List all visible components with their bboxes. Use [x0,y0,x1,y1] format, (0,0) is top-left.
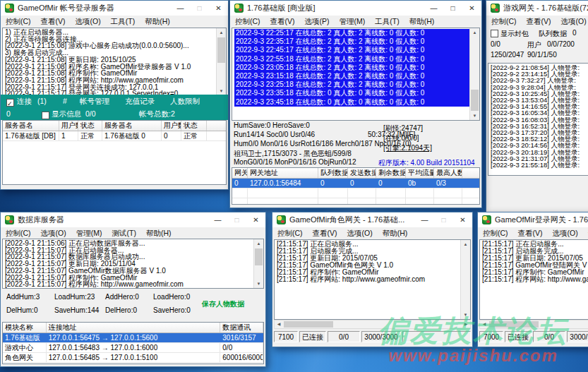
close-button[interactable]: ✕ [462,1,481,16]
scroll-right-icon[interactable]: ▶ [462,320,470,328]
header-cell[interactable]: 模块名称 [3,323,47,332]
close-button[interactable]: ✕ [209,1,228,16]
close-button[interactable]: ✕ [246,212,265,227]
titlebar[interactable]: 1.76基础版 [商业版] — □ ✕ [230,1,481,16]
menu-item[interactable]: 查看(V) [36,16,71,27]
scroll-up-icon[interactable]: ▲ [461,240,470,248]
menu-item[interactable]: 帮助(H) [141,227,176,239]
header-cell[interactable]: 队列数据 [318,168,348,178]
menu-item[interactable]: 选项(P) [300,16,335,27]
table-row[interactable]: 1.76基础版 [DB] 1 正常 1.76基础版 0 0 正常 [3,131,226,141]
menu-item[interactable]: 查看(V) [308,227,342,239]
header-cell[interactable]: 状态 [181,121,207,131]
scroll-thumb[interactable] [284,321,333,328]
header-cell[interactable]: 服务器名 [102,121,162,131]
minimize-button[interactable]: — [208,212,227,227]
show-packet-checkbox[interactable] [491,30,498,37]
tab-recharge-record[interactable]: 充值记录 [125,95,155,107]
titlebar[interactable]: GameOfMir 帐号登录服务器 — □ ✕ [1,1,228,16]
menu-item[interactable]: 控制(C) [272,227,308,239]
scroll-left-icon[interactable]: ◀ [480,320,488,328]
vertical-scrollbar[interactable]: ▲ ▼ [216,28,226,95]
menu-item[interactable]: 查看(V) [265,16,300,27]
menu-item[interactable]: 控制(C) [230,16,265,27]
minimize-button[interactable]: — [171,1,190,16]
menu-item[interactable]: 管理(M) [335,16,371,27]
maximize-button[interactable]: □ [443,1,462,16]
scroll-up-icon[interactable]: ▲ [217,28,226,37]
scroll-down-icon[interactable]: ▼ [461,311,470,319]
maximize-button[interactable]: □ [190,1,209,16]
header-cell[interactable]: 剩余数据 [376,168,406,178]
header-cell[interactable]: 用户数 [162,121,181,131]
header-cell[interactable]: 服务器名 [3,121,59,131]
tab-account-manage[interactable]: 帐号管理 [80,95,109,107]
maximize-button[interactable]: □ [227,212,246,227]
titlebar[interactable]: GameOfMir登录网关 - 1.76基础... [478,212,588,227]
table-row[interactable]: 游戏中心 127.0.0.1:56483 → 127.0.0.1:6000 0/… [3,343,263,353]
menu-item[interactable]: 选项(O) [71,16,106,27]
vertical-scrollbar[interactable]: ▲ ▼ [460,240,470,319]
show-info-label: 显示信息 [52,107,81,120]
menu-item[interactable]: 帮助(H) [378,227,413,239]
maximize-button[interactable]: □ [434,212,453,227]
horizontal-scrollbar[interactable]: ◀ ▶ [274,320,471,329]
menu-item[interactable]: 查看(V) [522,16,556,27]
tab-player-limit[interactable]: 人数限制 [170,95,200,107]
menu-item[interactable]: 查看(V) [513,227,548,239]
scroll-thumb[interactable] [489,321,539,328]
table-row-empty [232,198,479,205]
save-characters-button[interactable]: 保存人物数据 [202,299,244,309]
connect-checkbox[interactable] [6,99,14,107]
scroll-thumb[interactable] [471,90,479,111]
menu-item[interactable]: 帮助(H) [583,227,588,239]
minimize-button[interactable]: — [424,1,443,16]
menu-item[interactable]: 帮助(H) [140,16,175,27]
info-row: 0 显示信息 0/0 帐号总数:2 [1,107,228,120]
horizontal-scrollbar[interactable]: ◀ ▶ [479,320,588,329]
header-cell[interactable]: 网关地址 [248,168,318,178]
close-button[interactable]: ✕ [453,212,472,227]
header-cell[interactable]: 网关 [232,168,248,178]
menu-item[interactable]: 控制(C) [1,227,36,239]
scroll-thumb[interactable] [255,248,263,265]
titlebar[interactable]: GameOfMir角色网关 - 1.76基础... — □ ✕ [272,212,472,227]
status-bar: 7100 已连接 0/0 3000/3000 [274,331,471,342]
titlebar[interactable]: 数据库服务器 — □ ✕ [1,212,265,227]
minimize-button[interactable]: — [415,212,434,227]
menu-item[interactable]: 工具(T) [370,16,404,27]
table-row[interactable]: 0 127.0.0.1:56484 0 0 0 0b 0/3 [232,179,479,188]
table-row[interactable]: 角色网关 127.0.0.1:56485 → 127.0.0.1:5100 60… [3,353,263,363]
vertical-scrollbar[interactable]: ▲ ▼ [253,239,263,288]
menu-item[interactable]: 选项(O) [548,227,583,239]
menu-item[interactable]: 控制(C) [1,16,36,27]
menu-item[interactable]: 帮助(H) [404,16,440,27]
menu-item[interactable]: 管理(M) [71,227,107,239]
menu-item[interactable]: 工具(T) [106,16,140,27]
menu-item[interactable]: 选项(O) [342,227,378,239]
header-cell[interactable]: 用户数 [59,121,78,131]
menu-item[interactable]: 控制(C) [478,227,513,239]
scroll-down-icon[interactable]: ▼ [470,112,479,120]
table-row[interactable]: 1.76基础版 127.0.0.1:56475 → 127.0.0.1:5600… [3,333,263,343]
menu-item[interactable]: 选项(O) [556,16,588,27]
scroll-thumb[interactable] [217,37,225,63]
scroll-left-icon[interactable]: ◀ [275,320,283,328]
menu-item[interactable]: 测试(T) [107,227,141,239]
scroll-up-icon[interactable]: ▲ [254,239,263,248]
header-cell[interactable]: 状态 [78,121,102,131]
stat-delhum: DelHum:0 [6,306,37,314]
menu-item[interactable]: 选项(O) [36,227,71,239]
tab-connect[interactable]: 连接 [17,95,32,107]
vertical-scrollbar[interactable]: ▲ ▼ [469,28,479,120]
menu-item[interactable]: 控制(C) [486,16,522,27]
scroll-up-icon[interactable]: ▲ [470,28,479,37]
header-cell[interactable]: 连接地址 [47,323,221,332]
header-cell[interactable]: 最高人数 [434,168,462,178]
titlebar[interactable]: 游戏网关 - 1.76基础版(7200) [486,1,588,16]
header-cell[interactable]: 发送数据 [348,168,376,178]
header-cell[interactable]: 平均流量 [406,168,434,178]
scroll-down-icon[interactable]: ▼ [254,280,263,288]
show-info-checkbox[interactable] [42,112,49,119]
header-cell[interactable]: 数据通讯 [220,323,263,332]
